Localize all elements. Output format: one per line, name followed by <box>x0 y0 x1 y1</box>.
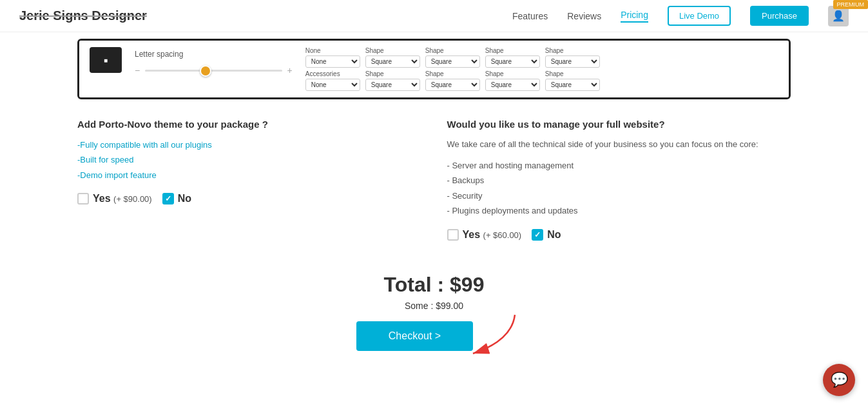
left-no-label: No <box>178 193 191 204</box>
dropdown-shape-2-select[interactable]: Square <box>425 55 480 68</box>
left-yes-price: (+ $90.00) <box>113 194 152 204</box>
navbar: Jerie Signs Designer Features Reviews Pr… <box>0 0 868 32</box>
dropdown-shape-1-label: Shape <box>365 47 420 54</box>
slider-plus-icon[interactable]: + <box>287 65 293 75</box>
dropdown-none-select[interactable]: None <box>305 55 360 68</box>
left-section-list: -Fully compatible with all our plugins -… <box>77 137 421 183</box>
left-section-title: Add Porto-Novo theme to your package ? <box>77 119 421 130</box>
col-right: Would you like us to manage your full we… <box>447 119 791 241</box>
dropdown-shape-5-label: Shape <box>365 70 420 77</box>
right-yes-price: (+ $60.00) <box>483 230 522 240</box>
dropdown-shape-4: Shape Square <box>545 47 600 68</box>
preview-icon: ■ <box>90 47 122 73</box>
total-section: Total : $99 Some : $99.00 Checkout > <box>77 260 791 351</box>
avatar-icon: 👤 <box>832 10 845 22</box>
left-yes-item: Yes (+ $90.00) <box>77 193 152 204</box>
checkout-button[interactable]: Checkout > <box>356 321 473 351</box>
right-list-item-3: - Security <box>447 188 791 203</box>
dropdown-shape-4-select[interactable]: Square <box>545 55 600 68</box>
left-yes-checkbox[interactable] <box>77 193 89 204</box>
dropdown-shape-1-select[interactable]: Square <box>365 55 420 68</box>
dropdown-shape-7-select[interactable]: Square <box>485 79 540 91</box>
nav-live-demo-button[interactable]: Live Demo <box>668 6 731 26</box>
left-yes-label: Yes (+ $90.00) <box>93 193 152 204</box>
dropdown-shape-7-label: Shape <box>485 70 540 77</box>
list-item-1: -Fully compatible with all our plugins <box>77 137 421 152</box>
dropdown-shape-6: Shape Square <box>425 70 480 91</box>
nav-pricing[interactable]: Pricing <box>621 10 648 23</box>
dropdown-shape-3-select[interactable]: Square <box>485 55 540 68</box>
dropdown-shape-5-select[interactable]: Square <box>365 79 420 91</box>
dropdown-none: None None <box>305 47 360 68</box>
right-checkbox-row: Yes (+ $60.00) No <box>447 229 791 241</box>
preview-dropdowns: None None Shape Square Shape Square <box>305 47 778 91</box>
col-left: Add Porto-Novo theme to your package ? -… <box>77 119 421 241</box>
preview-controls: Letter spacing − + <box>135 47 293 75</box>
two-column-section: Add Porto-Novo theme to your package ? -… <box>77 119 791 241</box>
left-no-checkbox[interactable] <box>162 193 174 204</box>
navbar-links: Features Reviews Pricing Live Demo Purch… <box>512 6 849 26</box>
list-item-2: -Built for speed <box>77 152 421 167</box>
total-title: Total : $99 <box>77 273 791 297</box>
dropdown-accessories-label: Accessories <box>305 70 360 77</box>
right-description: We take care of all the technical side o… <box>447 137 791 152</box>
dropdown-row-1: None None Shape Square Shape Square <box>305 47 778 68</box>
dropdown-shape-3-label: Shape <box>485 47 540 54</box>
dropdown-accessories: Accessories None <box>305 70 360 91</box>
dropdown-shape-8-select[interactable]: Square <box>545 79 600 91</box>
dropdown-row-2: Accessories None Shape Square Shape Squa… <box>305 70 778 91</box>
dropdown-shape-2: Shape Square <box>425 47 480 68</box>
navbar-logo: Jerie Signs Designer <box>19 8 147 23</box>
left-checkbox-row: Yes (+ $90.00) No <box>77 193 421 204</box>
total-some: Some : $99.00 <box>77 301 791 311</box>
right-no-label: No <box>547 229 561 241</box>
dropdown-none-label: None <box>305 47 360 54</box>
checkout-wrapper: Checkout > <box>77 321 791 351</box>
dropdown-shape-8-label: Shape <box>545 70 600 77</box>
slider-thumb[interactable] <box>200 65 211 77</box>
letter-spacing-label: Letter spacing <box>135 50 293 59</box>
preview-inner: ■ Letter spacing − + None None <box>79 41 789 97</box>
main-content: Add Porto-Novo theme to your package ? -… <box>0 106 868 364</box>
list-item-3: -Demo import feature <box>77 168 421 183</box>
dropdown-shape-2-label: Shape <box>425 47 480 54</box>
dropdown-shape-5: Shape Square <box>365 70 420 91</box>
dropdown-shape-6-label: Shape <box>425 70 480 77</box>
dropdown-shape-7: Shape Square <box>485 70 540 91</box>
right-yes-label: Yes (+ $60.00) <box>463 229 522 241</box>
slider-row: − + <box>135 65 293 75</box>
nav-reviews[interactable]: Reviews <box>567 11 601 21</box>
right-yes-checkbox[interactable] <box>447 229 459 241</box>
dropdown-shape-8: Shape Square <box>545 70 600 91</box>
dropdown-accessories-select[interactable]: None <box>305 79 360 91</box>
right-section-title: Would you like us to manage your full we… <box>447 119 791 130</box>
dropdown-shape-1: Shape Square <box>365 47 420 68</box>
dropdown-shape-4-label: Shape <box>545 47 600 54</box>
nav-purchase-button[interactable]: Purchase <box>750 6 809 26</box>
right-list-item-4: - Plugins deployments and updates <box>447 203 791 218</box>
right-section-list: - Server and hosting management - Backup… <box>447 158 791 219</box>
preview-box: ■ Letter spacing − + None None <box>77 39 791 99</box>
right-no-checkbox[interactable] <box>532 229 543 241</box>
nav-features[interactable]: Features <box>512 11 548 21</box>
dropdown-shape-6-select[interactable]: Square <box>425 79 480 91</box>
left-no-item: No <box>162 193 191 204</box>
right-list-item-2: - Backups <box>447 173 791 188</box>
right-list-item-1: - Server and hosting management <box>447 158 791 173</box>
right-no-item: No <box>532 229 561 241</box>
slider-minus-icon[interactable]: − <box>135 65 140 75</box>
preview-icon-symbol: ■ <box>104 57 108 64</box>
premium-badge: PREMIUM <box>833 0 869 9</box>
dropdown-shape-3: Shape Square <box>485 47 540 68</box>
right-yes-item: Yes (+ $60.00) <box>447 229 522 241</box>
slider-track[interactable] <box>145 70 282 72</box>
arrow-icon <box>460 308 525 360</box>
